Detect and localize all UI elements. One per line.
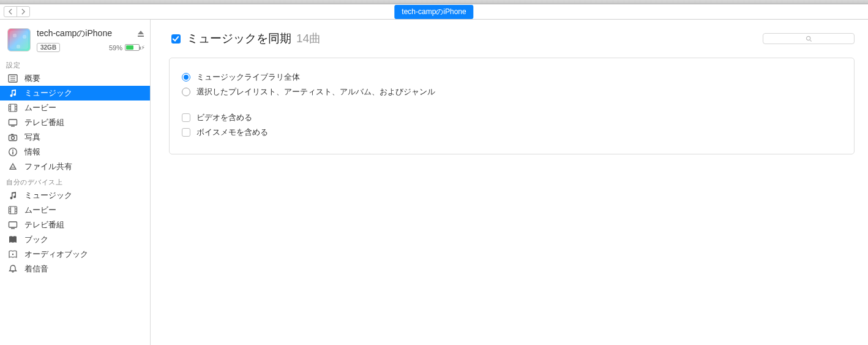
sidebar-item-label: 写真 xyxy=(24,132,40,143)
bell-icon xyxy=(7,264,18,274)
sidebar-item-label: ミュージック xyxy=(24,88,72,99)
radio-selected[interactable] xyxy=(182,88,190,96)
music-icon xyxy=(7,88,18,98)
sidebar-item-label: ムービー xyxy=(24,205,56,216)
radio-entire-library-row[interactable]: ミュージックライブラリ全体 xyxy=(182,72,842,83)
sidebar-item-label: オーディオブック xyxy=(24,249,88,260)
main-content: ミュージックを同期 14曲 ミュージックライブラリ全体 選択したプレイリスト、ア… xyxy=(151,20,868,345)
eject-icon[interactable] xyxy=(137,29,145,38)
sidebar-item-label: 着信音 xyxy=(24,263,48,275)
checkbox-include-voice-label: ボイスメモを含める xyxy=(196,127,268,138)
device-header: tech-campのiPhone 32GB 59% ⚡︎ xyxy=(0,20,150,57)
sidebar-section-settings: 設定 xyxy=(0,57,150,71)
sidebar-item-books[interactable]: ブック xyxy=(0,232,150,247)
sync-music-count: 14曲 xyxy=(296,31,321,47)
summary-icon xyxy=(7,74,18,83)
sidebar-item-movies2[interactable]: ムービー xyxy=(0,203,150,218)
checkbox-include-videos[interactable] xyxy=(182,113,190,122)
nav-back-button[interactable] xyxy=(4,6,17,17)
sidebar-item-label: テレビ番組 xyxy=(24,117,64,128)
checkbox-include-videos-row[interactable]: ビデオを含める xyxy=(182,112,842,123)
radio-selected-label: 選択したプレイリスト、アーティスト、アルバム、およびジャンル xyxy=(196,86,435,97)
device-name: tech-campのiPhone xyxy=(37,28,112,39)
radio-entire-library[interactable] xyxy=(182,73,190,82)
sidebar-item-audiob[interactable]: オーディオブック xyxy=(0,247,150,262)
sidebar-item-label: 情報 xyxy=(24,146,40,157)
sidebar-item-label: ファイル共有 xyxy=(24,161,72,172)
sidebar-section-ondevice: 自分のデバイス上 xyxy=(0,174,150,188)
info-icon xyxy=(7,147,18,157)
book-icon xyxy=(7,235,18,245)
nav-forward-button[interactable] xyxy=(17,6,30,17)
tv-icon xyxy=(7,220,18,230)
toolbar: tech-campのiPhone xyxy=(0,4,868,20)
sync-music-checkbox[interactable] xyxy=(171,34,181,44)
sidebar-item-tv[interactable]: テレビ番組 xyxy=(0,115,150,130)
sidebar-item-label: ミュージック xyxy=(24,190,72,201)
tv-icon xyxy=(7,118,18,127)
sidebar-item-tv2[interactable]: テレビ番組 xyxy=(0,218,150,232)
camera-icon xyxy=(7,132,18,142)
sidebar: tech-campのiPhone 32GB 59% ⚡︎ 設定 概要ミュージック… xyxy=(0,20,151,345)
search-input[interactable] xyxy=(763,33,855,44)
music-icon xyxy=(7,191,18,200)
sidebar-item-music2[interactable]: ミュージック xyxy=(0,188,150,203)
sidebar-item-label: 概要 xyxy=(24,73,40,84)
battery-percent: 59% xyxy=(109,44,122,51)
radio-entire-library-label: ミュージックライブラリ全体 xyxy=(196,72,300,83)
battery-icon xyxy=(125,44,140,51)
storage-badge: 32GB xyxy=(37,43,60,52)
sync-header: ミュージックを同期 14曲 xyxy=(171,31,855,47)
sidebar-item-summary[interactable]: 概要 xyxy=(0,71,150,86)
checkbox-include-voice-row[interactable]: ボイスメモを含める xyxy=(182,127,842,138)
audiobook-icon xyxy=(7,249,18,259)
film-icon xyxy=(7,103,18,113)
sync-music-title: ミュージックを同期 xyxy=(187,31,291,47)
sidebar-item-info[interactable]: 情報 xyxy=(0,145,150,159)
search-icon xyxy=(806,36,812,42)
sidebar-item-label: テレビ番組 xyxy=(24,219,64,230)
apps-icon xyxy=(7,162,18,172)
sync-options-box: ミュージックライブラリ全体 選択したプレイリスト、アーティスト、アルバム、および… xyxy=(169,58,855,154)
device-thumbnail-icon xyxy=(7,28,31,51)
sidebar-item-label: ブック xyxy=(24,234,48,245)
radio-selected-row[interactable]: 選択したプレイリスト、アーティスト、アルバム、およびジャンル xyxy=(182,86,842,97)
sidebar-item-music[interactable]: ミュージック xyxy=(0,86,150,100)
sidebar-item-movies[interactable]: ムービー xyxy=(0,100,150,115)
film-icon xyxy=(7,205,18,215)
device-title-pill[interactable]: tech-campのiPhone xyxy=(394,5,473,19)
checkbox-include-videos-label: ビデオを含める xyxy=(196,112,252,123)
sidebar-item-tones[interactable]: 着信音 xyxy=(0,262,150,276)
title-bar xyxy=(0,0,868,4)
sidebar-item-photos[interactable]: 写真 xyxy=(0,130,150,145)
checkbox-include-voice[interactable] xyxy=(182,128,190,137)
sidebar-item-files[interactable]: ファイル共有 xyxy=(0,159,150,174)
charging-icon: ⚡︎ xyxy=(141,44,145,51)
sidebar-item-label: ムービー xyxy=(24,102,56,113)
